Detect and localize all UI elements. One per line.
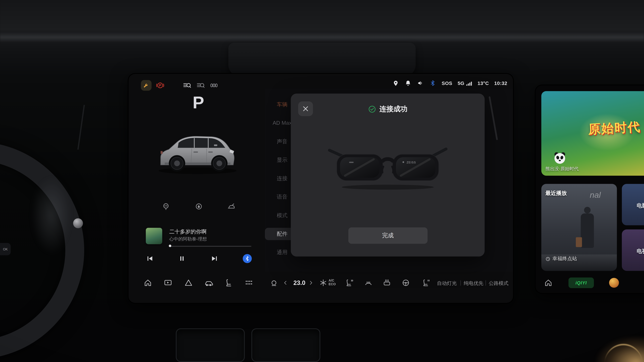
steering-wheel-icon [401, 278, 410, 287]
recent-movie-title: 幸福终点站 [552, 255, 577, 262]
dock-seat-button[interactable] [224, 278, 233, 287]
ac-eco-labels[interactable]: A/C ECO [328, 279, 336, 286]
status-cluster: SOS 5G 13°C 10:32 [392, 80, 507, 87]
parking-brake-indicator: P [156, 81, 165, 90]
audio-source-bluetooth-button[interactable] [243, 254, 252, 263]
charge-port-button[interactable] [161, 202, 170, 211]
steering-ok-button: OK [0, 243, 11, 255]
vehicle-illustration [152, 128, 243, 177]
cabin: OK P S [0, 0, 644, 362]
fuel-port-button[interactable] [194, 202, 203, 211]
steering-stalk-knob [73, 218, 83, 228]
service-indicator-chip[interactable] [141, 80, 152, 91]
connection-success-dialog: 连接成功 ZE [291, 93, 485, 256]
recent-played-label: 最近播放 [546, 190, 567, 197]
svg-text:P: P [159, 83, 161, 87]
dialog-title: 连接成功 [380, 104, 408, 114]
signal-bars-icon [466, 80, 472, 86]
rear-defrost-button[interactable] [382, 278, 392, 287]
wrench-icon [143, 82, 150, 89]
seat-monitor-indicator-2 [196, 81, 205, 90]
recent-caption-row: 幸福终点站 [546, 255, 577, 262]
tailgate-icon [227, 202, 236, 211]
temp-down-button[interactable] [282, 280, 289, 286]
omega-hook-icon [270, 278, 278, 287]
movie-figure [584, 207, 590, 213]
outside-temperature: 13°C [478, 80, 489, 86]
clock-icon [546, 256, 550, 261]
passenger-display: 原始时代 熊出没·原始时代 nal 最近播放 幸福终点站 电影 [536, 85, 644, 293]
pause-button[interactable] [178, 254, 186, 264]
clock: 10:32 [494, 80, 507, 86]
windshield-edge-highlight [0, 32, 644, 43]
media-app-button[interactable] [609, 278, 619, 288]
cabin-temperature: 23.0 [290, 279, 308, 286]
seat-vent-icon [422, 278, 430, 287]
toggle-divider [486, 280, 486, 286]
category-card-movie[interactable]: 电影 [622, 184, 644, 225]
dock-apps-button[interactable] [244, 278, 254, 289]
road-mode-toggle[interactable]: 公路模式 [487, 280, 510, 287]
driver-seat-climate-button[interactable] [345, 278, 354, 287]
album-art[interactable] [146, 228, 162, 244]
headrest-indicator [210, 81, 218, 90]
tailgate-button[interactable] [227, 202, 236, 211]
eco-label: ECO [328, 282, 336, 286]
network-label: 5G [458, 80, 464, 86]
center-display: P SOS 5G 13°C 10:32 P [129, 74, 513, 303]
projection-icon [164, 278, 172, 287]
success-check-icon [368, 105, 376, 113]
hook-toggle-button[interactable] [270, 278, 278, 287]
home-icon [144, 278, 152, 287]
steering-heat-button[interactable] [401, 278, 410, 287]
previous-track-button[interactable] [146, 254, 154, 264]
seat-icon [224, 278, 233, 287]
bluetooth-audio-icon [245, 256, 250, 261]
ac-fan-button[interactable] [319, 278, 328, 287]
dock-navigation-button[interactable] [184, 278, 193, 287]
done-button[interactable]: 完成 [348, 227, 428, 244]
poster-caption: 熊出没·原始时代 [546, 166, 578, 172]
fuel-port-icon [194, 202, 203, 211]
passenger-home-button[interactable] [544, 278, 553, 287]
seat-heat-icon [345, 278, 354, 287]
media-progress-handle[interactable] [169, 245, 172, 247]
auto-headlight-toggle[interactable]: 自动灯光 [435, 280, 458, 287]
triple-cell-icon [210, 81, 218, 90]
location-icon[interactable] [392, 80, 400, 87]
navigation-triangle-icon [184, 278, 193, 287]
category-card-tv[interactable]: 电视剧 [622, 229, 644, 271]
pause-icon [178, 254, 186, 263]
temp-up-button[interactable] [308, 280, 314, 286]
dock-home-button[interactable] [144, 278, 152, 287]
previous-icon [146, 254, 154, 263]
category-movie-label: 电影 [636, 202, 644, 209]
car-icon [204, 278, 213, 287]
front-defrost-button[interactable] [364, 278, 373, 287]
gear-indicator: P [129, 93, 268, 112]
movie-suitcase [576, 237, 582, 247]
dock-vehicle-button[interactable] [204, 278, 213, 287]
notification-bell-icon[interactable] [405, 80, 412, 87]
air-vent-left [176, 328, 245, 362]
dock-projection-button[interactable] [164, 278, 172, 287]
steering-wheel-highlight [23, 160, 80, 271]
recent-played-card[interactable]: nal 最近播放 幸福终点站 [541, 184, 617, 271]
next-track-button[interactable] [210, 254, 218, 264]
parking-brake-icon: P [156, 81, 165, 90]
iqiyi-app-button[interactable]: iQIYI [568, 278, 594, 288]
volume-icon[interactable] [417, 80, 424, 87]
lines-magnifier-icon [182, 81, 191, 90]
charge-port-icon [161, 202, 170, 211]
home-icon [544, 278, 553, 287]
featured-movie-card[interactable]: 原始时代 熊出没·原始时代 [541, 91, 644, 176]
media-title: 二十多岁的你啊 [169, 228, 206, 236]
ev-priority-toggle[interactable]: 纯电优先 [462, 280, 485, 287]
movie-figure-body [581, 213, 594, 248]
center-speaker-grille [228, 43, 416, 76]
bluetooth-icon[interactable] [429, 80, 436, 87]
ac-label: A/C [328, 279, 336, 282]
media-progress-bar[interactable] [169, 246, 252, 247]
sos-label[interactable]: SOS [442, 80, 452, 86]
seat-ventilation-button[interactable] [422, 278, 430, 287]
